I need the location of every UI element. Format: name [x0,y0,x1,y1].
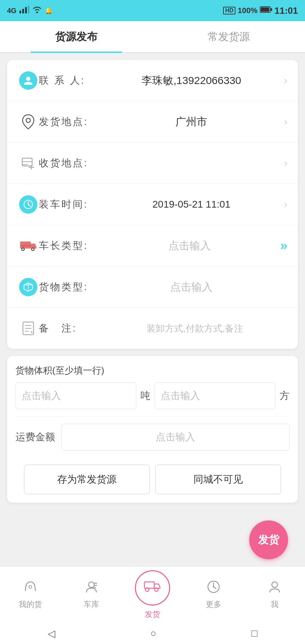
truck-icon [18,235,39,256]
status-bar: 4G 🔔 HD 100% [0,0,305,21]
nav-garage[interactable]: 车库 [61,580,122,610]
battery-level: 100% [238,6,257,15]
svg-point-9 [26,118,30,123]
my-cargo-icon [23,580,37,597]
svg-rect-7 [271,8,272,11]
svg-rect-3 [28,6,29,13]
note-row[interactable]: 备 注: 装卸方式,付款方式,备注 [7,308,298,349]
weight-unit: 吨 [140,389,150,402]
time-label: 装车时间: [39,198,102,211]
fab-send-button[interactable]: 发货 [249,520,288,559]
more-icon [207,580,221,597]
truck-row[interactable]: 车长类型: 点击输入 » [7,225,298,267]
bottom-nav: 我的货 车库 发货 [0,566,305,623]
cargo-type-icon [18,276,39,298]
wifi-icon [32,6,42,16]
volume-inputs: 点击输入 吨 点击输入 方 [16,382,289,409]
send-truck-icon [144,580,161,596]
garage-icon [84,580,98,597]
system-nav-bar: ◁ ○ □ [0,623,305,644]
svg-rect-0 [19,11,21,13]
dest-arrow: › [284,157,287,169]
freight-placeholder: 点击输入 [156,431,195,442]
cargo-type-arrow: › [284,281,287,293]
battery-icon [260,6,273,15]
note-label: 备 注: [39,322,102,335]
svg-point-42 [272,582,277,588]
nav-my-cargo-label: 我的货 [19,599,42,610]
recent-button[interactable]: □ [251,628,257,639]
volume-section: 货物体积(至少填一行) 点击输入 吨 点击输入 方 运费金额 点击输入 存为常发… [7,356,298,503]
weight-placeholder: 点击输入 [22,390,61,401]
time-icon [18,194,39,215]
freight-label: 运费金额 [16,430,61,444]
contact-value: 李珠敏,13922066330 [102,73,281,88]
origin-value: 广州市 [102,115,281,129]
form-card: 联 系 人: 李珠敏,13922066330 › 发货地点: 广州市 › [7,60,298,349]
nav-garage-label: 车库 [84,599,99,610]
nav-more-label: 更多 [206,599,221,610]
volume-title: 货物体积(至少填一行) [16,364,289,377]
city-hide-button[interactable]: 同城不可见 [155,465,281,494]
svg-point-31 [89,582,94,588]
time-value: 2019-05-21 11:01 [102,199,281,210]
time-row[interactable]: 装车时间: 2019-05-21 11:01 › [7,184,298,225]
save-button[interactable]: 存为常发货源 [24,465,150,494]
tab-header: 货源发布 常发货源 [0,21,305,53]
nav-me-label: 我 [271,599,279,610]
origin-icon [18,111,39,132]
status-right: HD 100% 11:01 [223,5,298,16]
freight-row: 运费金额 点击输入 [16,416,289,458]
origin-label: 发货地点: [39,115,102,129]
origin-arrow: › [284,116,287,127]
tab-publish[interactable]: 货源发布 [0,21,152,52]
origin-row[interactable]: 发货地点: 广州市 › [7,101,298,143]
svg-point-30 [29,585,32,588]
hd-badge: HD [223,7,235,14]
nav-my-cargo[interactable]: 我的货 [0,580,61,610]
notification-icon: 🔔 [45,7,53,14]
back-button[interactable]: ◁ [48,628,55,639]
nav-me[interactable]: 我 [244,580,305,610]
dest-label: 收货地点: [39,156,102,170]
me-icon [268,580,282,597]
nav-send[interactable]: 发货 [122,570,183,620]
volume-placeholder: 点击输入 [161,390,200,401]
signal-bars-icon [19,6,29,16]
tab-regular[interactable]: 常发货源 [152,21,305,52]
truck-arrow: » [280,238,287,253]
volume-input[interactable]: 点击输入 [155,382,275,409]
tab-regular-label: 常发货源 [208,30,250,44]
svg-line-17 [28,204,30,206]
svg-rect-6 [261,7,269,12]
svg-rect-18 [20,242,31,249]
svg-rect-2 [25,7,27,13]
cargo-type-row[interactable]: 货物类型: 点击输入 › [7,267,298,308]
svg-point-20 [22,249,24,250]
svg-point-8 [26,77,30,81]
note-icon [18,318,39,339]
contact-icon [18,70,39,91]
time-arrow: › [284,199,287,210]
nav-more[interactable]: 更多 [183,580,244,610]
truck-label: 车长类型: [39,239,102,252]
status-left: 4G 🔔 [7,6,53,16]
svg-rect-35 [144,582,154,588]
weight-input[interactable]: 点击输入 [16,382,136,409]
contact-row[interactable]: 联 系 人: 李珠敏,13922066330 › [7,60,298,101]
freight-input[interactable]: 点击输入 [61,424,289,451]
dest-row[interactable]: 收货地点: › [7,143,298,184]
svg-point-4 [36,12,38,13]
svg-rect-1 [22,9,24,13]
contact-arrow: › [284,75,287,86]
truck-placeholder: 点击输入 [102,239,277,253]
volume-unit: 方 [280,389,289,402]
time-display: 11:01 [275,5,298,16]
svg-point-41 [213,586,214,588]
signal-icon: 4G [7,7,17,15]
svg-point-22 [32,249,34,250]
note-placeholder: 装卸方式,付款方式,备注 [102,322,287,335]
home-button[interactable]: ○ [150,628,156,639]
nav-send-label: 发货 [145,609,160,620]
cargo-type-label: 货物类型: [39,280,102,294]
